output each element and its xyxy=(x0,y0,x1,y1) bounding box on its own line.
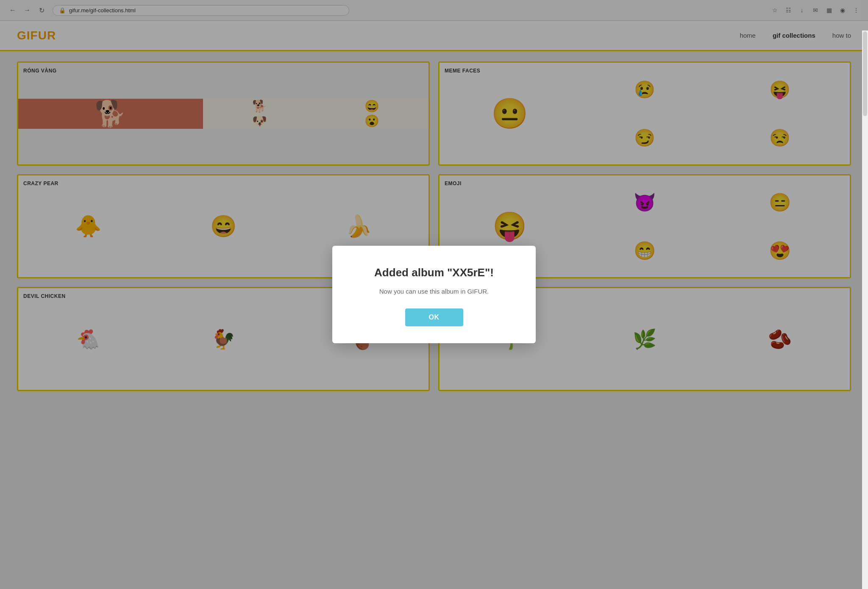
dialog-title: Added album "XX5rE"! xyxy=(358,266,510,279)
modal-overlay[interactable]: Added album "XX5rE"! Now you can use thi… xyxy=(0,0,868,589)
dialog-ok-button[interactable]: OK xyxy=(405,308,463,326)
dialog-message: Now you can use this album in GIFUR. xyxy=(358,288,510,295)
scrollbar-thumb[interactable] xyxy=(863,31,867,116)
scrollbar[interactable] xyxy=(862,31,868,589)
dialog: Added album "XX5rE"! Now you can use thi… xyxy=(332,246,536,343)
